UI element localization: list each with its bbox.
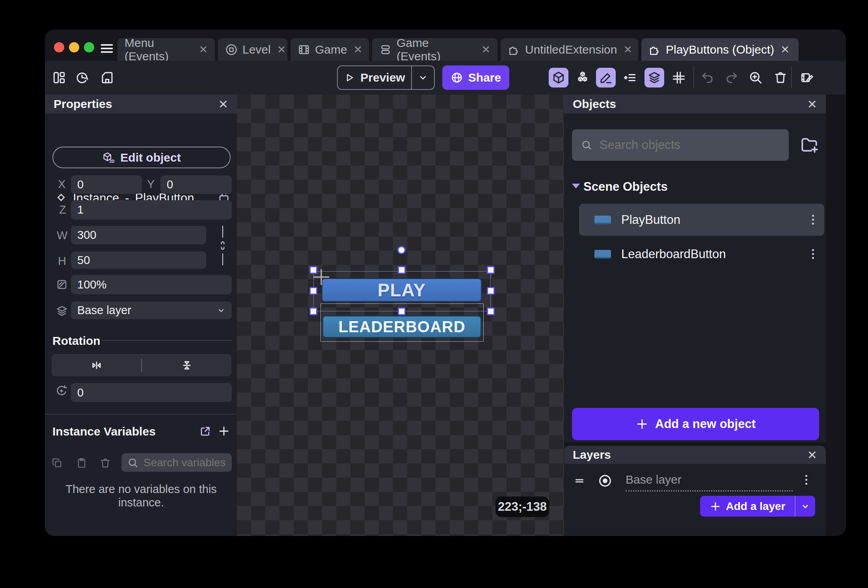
- events-sheet-icon: [379, 43, 392, 56]
- resize-handle-bottom-left[interactable]: [309, 307, 317, 315]
- close-icon[interactable]: ✕: [199, 43, 208, 56]
- rotate-handle[interactable]: [397, 246, 406, 254]
- search-icon: [581, 139, 592, 151]
- objects-panel-header: Objects ✕: [564, 95, 826, 114]
- add-new-object-button[interactable]: Add a new object: [572, 408, 819, 440]
- search-icon: [127, 457, 139, 469]
- project-manager-icon[interactable]: [52, 71, 66, 85]
- instances-icon[interactable]: [573, 68, 592, 87]
- trash-icon[interactable]: [773, 71, 788, 85]
- leaderboard-button-label: LEADERBOARD: [338, 318, 465, 336]
- panel-title: Objects: [573, 97, 616, 111]
- close-icon[interactable]: ✕: [807, 448, 817, 462]
- tab-level[interactable]: Level ✕: [218, 38, 287, 61]
- window-close-button[interactable]: [54, 42, 64, 52]
- width-input[interactable]: 300: [71, 226, 206, 244]
- objects-search[interactable]: [572, 129, 789, 161]
- x-input[interactable]: 0: [71, 175, 142, 194]
- z-input[interactable]: 1: [71, 200, 232, 220]
- add-folder-icon[interactable]: [799, 135, 819, 155]
- share-button[interactable]: Share: [442, 65, 509, 90]
- delete-variable-icon[interactable]: [99, 457, 111, 469]
- add-variable-icon[interactable]: [218, 425, 230, 437]
- hamburger-menu-icon[interactable]: [100, 41, 114, 53]
- preview-label: Preview: [360, 71, 405, 84]
- window-minimize-button[interactable]: [69, 42, 79, 52]
- edit-object-button[interactable]: 2D Edit object: [52, 147, 231, 168]
- grid-icon[interactable]: [669, 68, 689, 87]
- save-icon[interactable]: [100, 71, 114, 85]
- scene-icon: [225, 43, 238, 56]
- objects-panel: Objects ✕ Scene Objects PlayButton Leade…: [564, 95, 826, 443]
- close-icon[interactable]: ✕: [218, 97, 228, 111]
- resize-handle-top-right[interactable]: [487, 266, 495, 274]
- preview-button[interactable]: Preview: [337, 65, 435, 90]
- variables-search-input[interactable]: [143, 456, 226, 469]
- paste-icon[interactable]: [76, 457, 88, 469]
- height-input[interactable]: 50: [71, 251, 206, 269]
- layer-row-base-layer[interactable]: Base layer: [564, 469, 826, 493]
- object-row-playbutton[interactable]: PlayButton: [579, 204, 824, 236]
- panel-divider: [45, 414, 237, 415]
- collapse-arrow-icon[interactable]: [572, 184, 580, 188]
- close-icon[interactable]: ✕: [354, 43, 363, 56]
- rotation-input[interactable]: 0: [71, 383, 232, 402]
- layers-panel-icon[interactable]: [644, 68, 664, 87]
- drag-handle-icon[interactable]: [573, 476, 586, 486]
- redo-icon[interactable]: [725, 71, 739, 85]
- layer-name-input[interactable]: Base layer: [626, 473, 793, 491]
- close-icon[interactable]: ✕: [807, 97, 817, 111]
- object-thumbnail: [594, 250, 611, 259]
- preview-options-dropdown[interactable]: [411, 66, 434, 89]
- tab-label: PlayButtons (Object): [666, 43, 774, 56]
- chevron-down-icon: [418, 73, 428, 83]
- resize-handle-top-center[interactable]: [398, 266, 406, 274]
- instances-list-icon[interactable]: [620, 68, 640, 87]
- add-layer-button[interactable]: Add a layer: [700, 496, 795, 517]
- copy-icon[interactable]: [51, 457, 63, 469]
- opacity-input[interactable]: 100%: [71, 275, 232, 294]
- resize-handle-bottom-right[interactable]: [487, 307, 495, 315]
- y-input[interactable]: 0: [160, 175, 232, 194]
- close-icon[interactable]: ✕: [277, 43, 286, 56]
- tab-game-events[interactable]: Game (Events) ✕: [372, 38, 497, 61]
- scene-canvas[interactable]: PLAY LEADERBOARD 223;-138: [237, 95, 564, 536]
- tab-playbuttons-object[interactable]: PlayButtons (Object) ✕: [641, 38, 799, 61]
- zoom-in-icon[interactable]: [749, 71, 763, 85]
- z-label: Z: [59, 203, 66, 216]
- resize-handle-mid-left[interactable]: [309, 287, 317, 295]
- layer-menu-icon[interactable]: [805, 475, 807, 485]
- window-zoom-button[interactable]: [84, 42, 94, 52]
- object-menu-icon[interactable]: [812, 215, 814, 225]
- close-icon[interactable]: ✕: [481, 43, 490, 56]
- tab-menu-events[interactable]: Menu (Events) ✕: [117, 38, 215, 61]
- leaderboard-button-instance[interactable]: LEADERBOARD: [322, 315, 482, 338]
- layer-visibility-radio-icon[interactable]: [597, 473, 613, 489]
- properties-panel-icon[interactable]: [596, 68, 616, 87]
- add-layer-options-dropdown[interactable]: [795, 496, 815, 517]
- flip-controls: [52, 354, 231, 376]
- close-icon[interactable]: ✕: [623, 43, 632, 56]
- object-row-leaderboardbutton[interactable]: LeaderboardButton: [579, 238, 824, 270]
- tab-strip: Menu (Events) ✕ Level ✕ Game ✕: [117, 38, 799, 61]
- variables-search[interactable]: [121, 453, 232, 472]
- tab-game[interactable]: Game ✕: [291, 38, 369, 61]
- edit-object-mode-icon[interactable]: [549, 68, 568, 87]
- open-variables-editor-icon[interactable]: [199, 425, 212, 437]
- layer-select[interactable]: Base layer: [71, 301, 232, 319]
- crosshair-cursor: [313, 269, 329, 285]
- flip-horizontal-button[interactable]: [52, 359, 141, 372]
- rotation-section-title: Rotation: [52, 334, 101, 348]
- version-history-icon[interactable]: [75, 71, 89, 85]
- undo-icon[interactable]: [700, 71, 715, 85]
- resize-handle-bottom-center[interactable]: [398, 307, 406, 315]
- edit-scene-icon[interactable]: [800, 71, 814, 85]
- resize-handle-mid-right[interactable]: [487, 287, 495, 295]
- objects-search-input[interactable]: [599, 138, 780, 153]
- lock-aspect-ratio-toggle[interactable]: [218, 226, 228, 269]
- tab-untitled-extension[interactable]: UntitledExtension ✕: [501, 38, 638, 61]
- close-icon[interactable]: ✕: [780, 43, 790, 56]
- object-menu-icon[interactable]: [812, 249, 814, 259]
- flip-vertical-button[interactable]: [142, 359, 231, 372]
- play-button-instance[interactable]: PLAY: [321, 278, 482, 302]
